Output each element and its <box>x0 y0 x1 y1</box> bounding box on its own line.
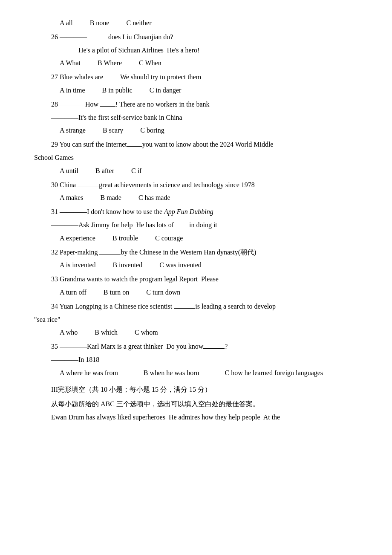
question-33: 33 Grandma wants to watch the program le… <box>34 273 358 286</box>
blank-35 <box>203 348 225 349</box>
option-c: C has made <box>138 192 170 204</box>
question-35: 35 ————Karl Marx is a great thinker Do y… <box>34 341 358 353</box>
answer-26: ————He's a pilot of Sichuan Airlines He'… <box>34 44 358 57</box>
answer-28: ————It's the first self-service bank in … <box>34 112 358 124</box>
question-32: 32 Paper-making by the Chinese in the We… <box>34 246 358 259</box>
option-b: B invented <box>112 259 142 272</box>
option-c: C how he learned foreign languages <box>225 367 323 379</box>
blank-28 <box>100 106 115 107</box>
option-b: B Where <box>98 57 122 69</box>
option-a: A where he was from <box>60 367 118 379</box>
option-b: B when he was born <box>144 367 199 379</box>
passage-start: Ewan Drum has always liked superheroes H… <box>34 411 358 424</box>
option-b: B trouble <box>112 232 138 245</box>
option-a: A in time <box>60 84 85 97</box>
option-c: C neither <box>126 17 151 29</box>
option-b: B none <box>90 17 110 29</box>
options-row-32: A is invented B invented C was invented <box>34 259 358 272</box>
blank-27 <box>103 79 118 79</box>
blank-32 <box>99 254 121 254</box>
exam-content: A all B none C neither 26 ————does Liu C… <box>34 17 358 424</box>
blank-26 <box>87 39 108 39</box>
option-c: C When <box>139 57 161 69</box>
option-b: B turn on <box>104 286 129 299</box>
option-a: A strange <box>60 124 86 137</box>
option-c: C whom <box>135 327 158 339</box>
options-row-26: A What B Where C When <box>34 57 358 69</box>
answer-31: ————Ask Jimmy for help He has lots ofin … <box>34 219 358 231</box>
question-34: 34 Yuan Longping is a Chinese rice scien… <box>34 301 358 313</box>
blank-29 <box>127 146 142 147</box>
section-iii-title: III完形填空（共 10 小题；每小题 15 分，满分 15 分） <box>34 384 358 396</box>
blank-30 <box>78 187 99 187</box>
blank-34 <box>174 308 195 309</box>
option-a: A What <box>60 57 81 69</box>
question-34-cont: "sea rice" <box>34 314 358 326</box>
option-a: A experience <box>60 232 95 245</box>
option-a: A turn off <box>60 286 86 299</box>
option-c: C was invented <box>159 259 202 272</box>
section-iii-instruction: 从每小题所给的 ABC 三个选项中，选出可以填入空白处的最佳答案。 <box>34 398 358 410</box>
options-row-33: A turn off B turn on C turn down <box>34 286 358 299</box>
option-b: B scary <box>103 124 123 137</box>
option-b: B which <box>95 327 118 339</box>
question-29-cont: School Games <box>34 152 358 164</box>
options-row-0: A all B none C neither <box>34 17 358 29</box>
options-row-28: A strange B scary C boring <box>34 124 358 137</box>
question-31: 31 ————I don't know how to use the App F… <box>34 206 358 218</box>
blank-31 <box>174 227 189 227</box>
option-b: B made <box>101 192 121 204</box>
options-row-31: A experience B trouble C courage <box>34 232 358 245</box>
option-b: B after <box>95 165 114 177</box>
option-a: A who <box>60 327 78 339</box>
option-a: A makes <box>60 192 84 204</box>
question-29: 29 You can surf the Internetyou want to … <box>34 139 358 151</box>
question-30: 30 China great achievements in science a… <box>34 179 358 191</box>
options-row-27: A in time B in public C in danger <box>34 84 358 97</box>
app-name: App Fun Dubbing <box>164 208 213 215</box>
option-c: C turn down <box>146 286 180 299</box>
option-c: C courage <box>155 232 183 245</box>
question-27: 27 Blue whales are We should try to prot… <box>34 71 358 84</box>
options-row-29: A until B after C if <box>34 165 358 177</box>
options-row-30: A makes B made C has made <box>34 192 358 204</box>
question-28: 28————How ! There are no workers in the … <box>34 98 358 111</box>
option-c: C in danger <box>150 84 182 97</box>
options-row-35: A where he was from B when he was born C… <box>34 367 358 379</box>
option-a: A all <box>60 17 73 29</box>
option-a: A until <box>60 165 78 177</box>
option-c: C boring <box>140 124 164 137</box>
options-row-34: A who B which C whom <box>34 327 358 339</box>
answer-35: ————In 1818 <box>34 354 358 366</box>
option-c: C if <box>131 165 141 177</box>
option-a: A is invented <box>60 259 95 272</box>
question-26: 26 ————does Liu Chuanjian do? <box>34 31 358 43</box>
option-b: B in public <box>102 84 133 97</box>
